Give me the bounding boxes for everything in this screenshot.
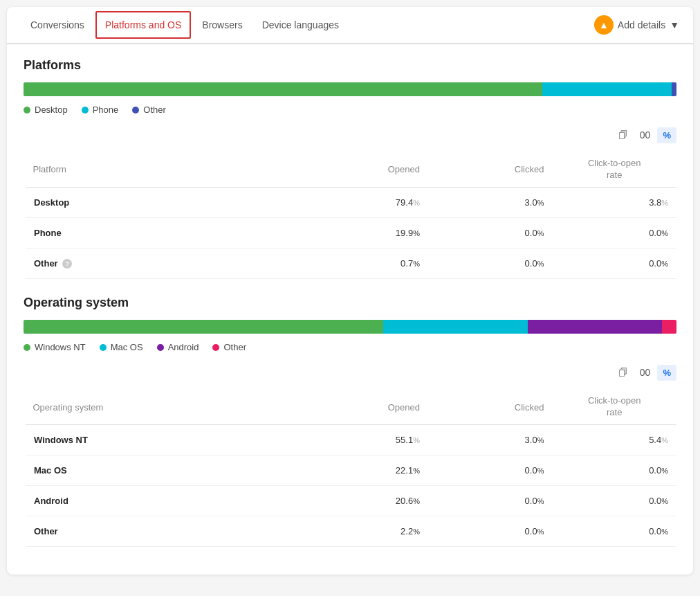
platforms-row-phone-name: Phone (25, 217, 304, 248)
platforms-bar-other (672, 82, 676, 96)
os-bar-android (528, 320, 662, 334)
os-bar-other (662, 320, 676, 334)
legend-desktop: Desktop (24, 105, 68, 115)
tab-browsers[interactable]: Browsers (192, 8, 252, 42)
os-row-macos-name: Mac OS (25, 455, 304, 486)
tab-conversions[interactable]: Conversions (21, 8, 94, 42)
os-th-cto: Click-to-openrate (552, 390, 676, 424)
platforms-title: Platforms (24, 58, 676, 73)
add-details-button[interactable]: ▲ Add details ▼ (594, 15, 679, 35)
platforms-row-desktop: Desktop 79.4% 3.0% 3.8% (25, 187, 677, 217)
platforms-legend: Desktop Phone Other (24, 105, 676, 115)
legend-dot-other (132, 107, 139, 114)
platforms-bar-desktop (24, 82, 542, 96)
os-row-macos-clicked: 0.0% (428, 455, 553, 486)
os-title: Operating system (24, 296, 676, 310)
legend-dot-desktop (24, 107, 30, 114)
platforms-bar-phone (542, 82, 672, 96)
os-row-other: Other 2.2% 0.0% 0.0% (25, 516, 677, 547)
platforms-th-clicked: Clicked (428, 152, 553, 187)
legend-dot-macos (100, 344, 107, 351)
os-row-windows: Windows NT 55.1% 3.0% 5.4% (25, 425, 677, 455)
os-controls: 🗍 00 % (24, 363, 676, 381)
os-row-other-cto: 0.0% (552, 516, 676, 547)
legend-label-phone: Phone (93, 105, 119, 115)
main-card: Conversions Platforms and OS Browsers De… (7, 7, 693, 575)
legend-label-macos: Mac OS (111, 342, 143, 352)
os-pct-button[interactable]: % (657, 365, 676, 381)
legend-label-desktop: Desktop (35, 105, 68, 115)
os-row-macos-cto: 0.0% (552, 455, 676, 486)
platforms-row-other-name: Other ? (25, 248, 304, 279)
os-row-android-name: Android (25, 486, 304, 516)
platforms-row-phone-opened: 19.9% (304, 217, 428, 248)
legend-dot-android (157, 344, 164, 351)
os-legend: Windows NT Mac OS Android Other (24, 342, 676, 352)
os-row-windows-opened: 55.1% (304, 425, 428, 455)
os-copy-icon[interactable]: 🗍 (614, 363, 632, 381)
legend-label-os-other: Other (223, 342, 246, 352)
os-bar-windows (24, 320, 383, 334)
os-row-android-clicked: 0.0% (428, 486, 553, 516)
platforms-table: Platform Opened Clicked Click-to-openrat… (24, 152, 676, 279)
os-th-platform: Operating system (25, 390, 304, 424)
os-th-clicked: Clicked (428, 390, 553, 424)
legend-phone: Phone (82, 105, 119, 115)
add-details-icon: ▲ (594, 15, 614, 35)
platforms-row-desktop-name: Desktop (25, 187, 304, 217)
platforms-row-other: Other ? 0.7% 0.0% 0.0% (25, 248, 677, 279)
os-metric-value: 00 (636, 367, 653, 378)
platforms-row-phone-cto: 0.0% (552, 217, 676, 248)
platforms-row-desktop-cto: 3.8% (552, 187, 676, 217)
legend-other: Other (132, 105, 166, 115)
os-th-opened: Opened (304, 390, 428, 424)
platforms-row-other-cto: 0.0% (552, 248, 676, 279)
tab-device-languages[interactable]: Device languages (252, 8, 349, 42)
os-row-android-cto: 0.0% (552, 486, 676, 516)
legend-label-windows: Windows NT (35, 342, 86, 352)
os-row-other-opened: 2.2% (304, 516, 428, 547)
add-details-chevron: ▼ (670, 19, 679, 30)
legend-dot-windows (24, 344, 30, 351)
platforms-row-other-clicked: 0.0% (428, 248, 553, 279)
tab-platforms-os[interactable]: Platforms and OS (95, 11, 192, 39)
os-row-other-clicked: 0.0% (428, 516, 553, 547)
os-row-windows-name: Windows NT (25, 425, 304, 455)
platforms-controls: 🗍 00 % (24, 126, 676, 144)
os-row-windows-cto: 5.4% (552, 425, 676, 455)
legend-label-other: Other (143, 105, 166, 115)
platforms-row-desktop-opened: 79.4% (304, 187, 428, 217)
platforms-row-phone: Phone 19.9% 0.0% 0.0% (25, 217, 677, 248)
os-row-android-opened: 20.6% (304, 486, 428, 516)
legend-macos: Mac OS (100, 342, 143, 352)
os-row-android: Android 20.6% 0.0% 0.0% (25, 486, 677, 516)
platforms-copy-icon[interactable]: 🗍 (614, 126, 632, 144)
os-bar-macos (383, 320, 528, 334)
platforms-other-help-icon[interactable]: ? (62, 259, 72, 269)
legend-android: Android (157, 342, 199, 352)
platforms-th-platform: Platform (25, 152, 304, 187)
os-table: Operating system Opened Clicked Click-to… (24, 390, 676, 547)
legend-windows: Windows NT (24, 342, 86, 352)
platforms-row-phone-clicked: 0.0% (428, 217, 553, 248)
platforms-row-other-opened: 0.7% (304, 248, 428, 279)
os-row-windows-clicked: 3.0% (428, 425, 553, 455)
main-content: Platforms Desktop Phone Other 🗍 (7, 44, 693, 561)
legend-dot-os-other (212, 344, 219, 351)
legend-dot-phone (82, 107, 89, 114)
platforms-metric-value: 00 (636, 129, 653, 141)
os-row-macos: Mac OS 22.1% 0.0% 0.0% (25, 455, 677, 486)
tabs-bar: Conversions Platforms and OS Browsers De… (7, 7, 693, 44)
platforms-th-opened: Opened (304, 152, 428, 187)
os-progress-bar (24, 320, 676, 334)
legend-label-android: Android (168, 342, 199, 352)
legend-os-other: Other (212, 342, 246, 352)
add-details-label: Add details (618, 19, 665, 30)
platforms-progress-bar (24, 82, 676, 96)
os-row-other-name: Other (25, 516, 304, 547)
platforms-pct-button[interactable]: % (657, 127, 676, 143)
os-row-macos-opened: 22.1% (304, 455, 428, 486)
platforms-th-cto: Click-to-openrate (552, 152, 676, 187)
platforms-row-desktop-clicked: 3.0% (428, 187, 553, 217)
